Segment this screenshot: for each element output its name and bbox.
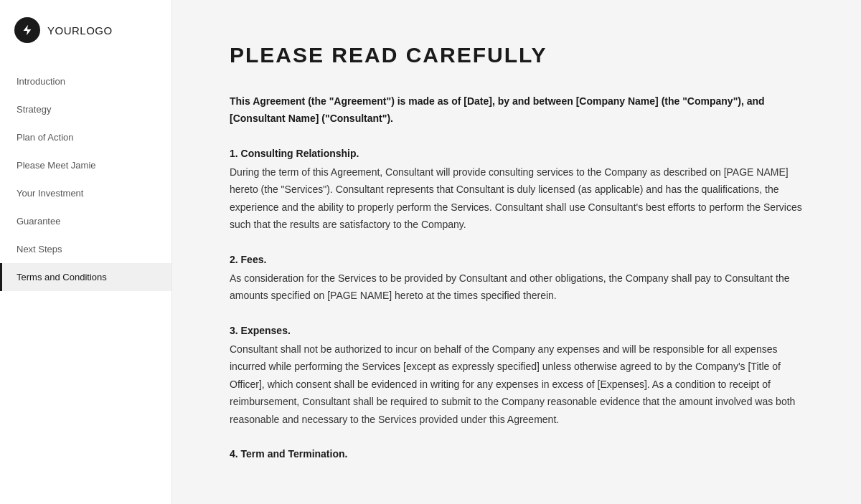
- section-title-expenses: 3. Expenses.: [230, 325, 804, 336]
- svg-marker-0: [24, 25, 32, 35]
- section-body-consulting-relationship: During the term of this Agreement, Consu…: [230, 163, 804, 234]
- page-title: PLEASE READ CAREFULLY: [230, 43, 804, 67]
- sidebar-item-guarantee[interactable]: Guarantee: [0, 207, 171, 235]
- sidebar-item-strategy[interactable]: Strategy: [0, 95, 171, 123]
- section-title-consulting-relationship: 1. Consulting Relationship.: [230, 148, 804, 159]
- intro-paragraph: This Agreement (the "Agreement") is made…: [230, 93, 804, 128]
- sidebar-item-next-steps[interactable]: Next Steps: [0, 235, 171, 263]
- section-fees: 2. Fees.As consideration for the Service…: [230, 254, 804, 305]
- sidebar-item-terms-and-conditions[interactable]: Terms and Conditions: [0, 263, 171, 291]
- sidebar-item-plan-of-action[interactable]: Plan of Action: [0, 123, 171, 151]
- nav-menu: IntroductionStrategyPlan of ActionPlease…: [0, 60, 171, 504]
- section-term-and-termination: 4. Term and Termination.: [230, 448, 804, 460]
- sidebar: YOURLOGO IntroductionStrategyPlan of Act…: [0, 0, 172, 504]
- section-title-fees: 2. Fees.: [230, 254, 804, 265]
- section-body-expenses: Consultant shall not be authorized to in…: [230, 341, 804, 429]
- sidebar-item-introduction[interactable]: Introduction: [0, 67, 171, 95]
- sections-container: 1. Consulting Relationship.During the te…: [230, 148, 804, 460]
- main-content: PLEASE READ CAREFULLY This Agreement (th…: [172, 0, 861, 504]
- logo-area: YOURLOGO: [0, 0, 171, 60]
- logo-text: YOURLOGO: [47, 24, 113, 37]
- section-title-term-and-termination: 4. Term and Termination.: [230, 448, 804, 460]
- logo-icon: [14, 17, 40, 43]
- sidebar-item-please-meet-jamie[interactable]: Please Meet Jamie: [0, 151, 171, 179]
- section-expenses: 3. Expenses.Consultant shall not be auth…: [230, 325, 804, 429]
- sidebar-item-your-investment[interactable]: Your Investment: [0, 179, 171, 207]
- section-consulting-relationship: 1. Consulting Relationship.During the te…: [230, 148, 804, 234]
- section-body-fees: As consideration for the Services to be …: [230, 270, 804, 305]
